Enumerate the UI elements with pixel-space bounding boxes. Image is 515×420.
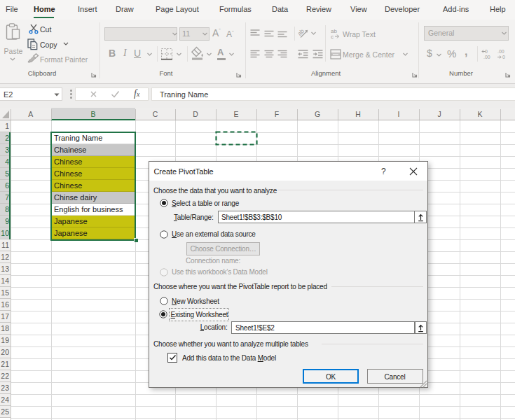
svg-text:.00: .00: [497, 49, 504, 54]
svg-text:.00: .00: [483, 55, 490, 59]
svg-text:0: 0: [502, 55, 505, 59]
svg-text:c: c: [331, 34, 334, 39]
svg-text:ab: ab: [298, 27, 305, 37]
